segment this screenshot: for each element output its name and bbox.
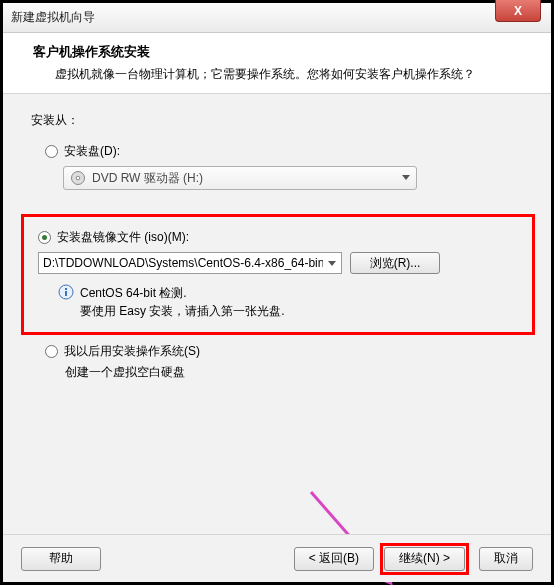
disc-icon [70,170,86,186]
highlight-iso-box: 安装盘镜像文件 (iso)(M): D:\TDDOWNLOAD\Systems\… [21,214,535,335]
cancel-button[interactable]: 取消 [479,547,533,571]
header-subtitle: 虚拟机就像一台物理计算机；它需要操作系统。您将如何安装客户机操作系统？ [33,65,533,83]
back-button[interactable]: < 返回(B) [294,547,374,571]
svg-rect-3 [65,291,67,296]
help-button[interactable]: 帮助 [21,547,101,571]
option-disc-row[interactable]: 安装盘(D): [45,143,527,160]
option-iso-label: 安装盘镜像文件 (iso)(M): [57,229,189,246]
option-later-sub: 创建一个虚拟空白硬盘 [65,364,527,381]
wizard-window: 新建虚拟机向导 X 客户机操作系统安装 虚拟机就像一台物理计算机；它需要操作系统… [0,0,554,585]
option-later-label: 我以后用安装操作系统(S) [64,343,200,360]
close-icon: X [514,4,522,18]
iso-path-value: D:\TDDOWNLOAD\Systems\CentOS-6.4-x86_64-… [43,256,323,270]
svg-rect-4 [65,288,67,290]
option-later-block: 我以后用安装操作系统(S) 创建一个虚拟空白硬盘 [45,343,527,381]
wizard-footer: 帮助 < 返回(B) 继续(N) > 取消 [3,534,551,582]
radio-iso[interactable] [38,231,51,244]
iso-info-text: CentOS 64-bit 检测. 要使用 Easy 安装，请插入第一张光盘. [80,284,285,320]
option-iso-row[interactable]: 安装盘镜像文件 (iso)(M): [38,229,522,246]
iso-path-input[interactable]: D:\TDDOWNLOAD\Systems\CentOS-6.4-x86_64-… [38,252,342,274]
radio-later[interactable] [45,345,58,358]
option-disc-label: 安装盘(D): [64,143,120,160]
next-button-highlight: 继续(N) > [384,547,465,571]
disc-drive-value: DVD RW 驱动器 (H:) [92,170,203,187]
info-icon [58,284,74,300]
option-disc-block: 安装盘(D): DVD RW 驱动器 (H:) [45,143,527,190]
iso-path-row: D:\TDDOWNLOAD\Systems\CentOS-6.4-x86_64-… [38,252,522,274]
titlebar: 新建虚拟机向导 X [3,3,551,33]
iso-info-line1: CentOS 64-bit 检测. [80,284,285,302]
wizard-header: 客户机操作系统安装 虚拟机就像一台物理计算机；它需要操作系统。您将如何安装客户机… [3,33,551,94]
iso-info-line2: 要使用 Easy 安装，请插入第一张光盘. [80,302,285,320]
iso-info-row: CentOS 64-bit 检测. 要使用 Easy 安装，请插入第一张光盘. [58,284,522,320]
svg-point-1 [76,176,80,180]
option-later-row[interactable]: 我以后用安装操作系统(S) [45,343,527,360]
browse-button[interactable]: 浏览(R)... [350,252,440,274]
radio-disc[interactable] [45,145,58,158]
header-title: 客户机操作系统安装 [33,43,533,61]
next-button[interactable]: 继续(N) > [384,547,465,571]
close-button[interactable]: X [495,0,541,22]
window-title: 新建虚拟机向导 [11,9,95,26]
chevron-down-icon [402,175,410,180]
chevron-down-icon [328,261,336,266]
disc-drive-select[interactable]: DVD RW 驱动器 (H:) [63,166,417,190]
wizard-body: 安装从： 安装盘(D): DVD RW 驱动器 (H:) 安装盘镜像文件 (is… [3,94,551,534]
install-from-label: 安装从： [31,112,527,129]
